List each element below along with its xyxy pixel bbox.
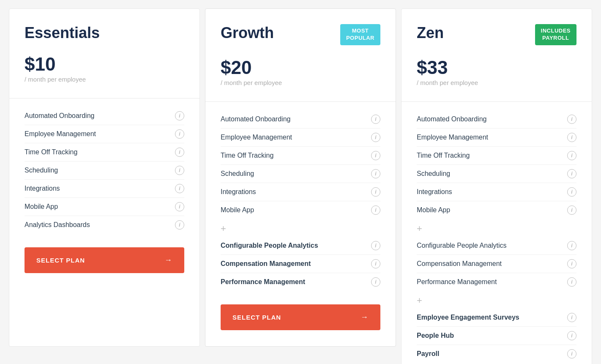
info-icon[interactable]: i bbox=[567, 169, 576, 178]
plan-card-zen: ZenINCLUDES PAYROLL$33/ month per employ… bbox=[401, 8, 592, 364]
list-item: Schedulingi bbox=[417, 165, 576, 183]
feature-name: Automated Onboarding bbox=[221, 115, 290, 123]
list-item: Automated Onboardingi bbox=[25, 107, 184, 125]
plan-name-essentials: Essentials bbox=[25, 24, 100, 42]
info-icon[interactable]: i bbox=[175, 111, 184, 120]
list-item: Employee Managementi bbox=[221, 129, 380, 147]
feature-name: Automated Onboarding bbox=[25, 112, 94, 120]
price-section-essentials: $10/ month per employee bbox=[25, 54, 184, 83]
info-icon[interactable]: i bbox=[175, 166, 184, 175]
info-icon[interactable]: i bbox=[567, 313, 576, 322]
list-item: Automated Onboardingi bbox=[221, 110, 380, 129]
info-icon[interactable]: i bbox=[567, 187, 576, 197]
list-item: Employee Managementi bbox=[25, 125, 184, 143]
divider-zen bbox=[402, 101, 592, 102]
price-section-zen: $33/ month per employee bbox=[417, 57, 576, 86]
list-item: Performance Managementi bbox=[221, 273, 380, 291]
divider-growth bbox=[205, 101, 396, 102]
list-item: Automated Onboardingi bbox=[417, 110, 576, 129]
info-icon[interactable]: i bbox=[567, 151, 576, 160]
info-icon[interactable]: i bbox=[567, 133, 576, 142]
select-plan-button-growth[interactable]: SELECT PLAN→ bbox=[221, 304, 380, 330]
list-item: Employee Engagement Surveysi bbox=[417, 309, 576, 327]
list-item: Employee Managementi bbox=[417, 129, 576, 147]
info-icon[interactable]: i bbox=[567, 349, 576, 359]
arrow-icon: → bbox=[361, 313, 369, 322]
plan-card-essentials: Essentials$10/ month per employeeAutomat… bbox=[9, 8, 200, 347]
price-amount-essentials: $10 bbox=[25, 54, 184, 75]
feature-name: Employee Management bbox=[417, 134, 488, 141]
plan-name-growth: Growth bbox=[221, 24, 274, 42]
plan-badge-zen: INCLUDES PAYROLL bbox=[535, 24, 576, 45]
plus-separator-2: + bbox=[417, 291, 576, 309]
feature-name: Time Off Tracking bbox=[221, 152, 273, 159]
feature-name: Scheduling bbox=[221, 170, 254, 178]
info-icon[interactable]: i bbox=[567, 259, 576, 268]
info-icon[interactable]: i bbox=[567, 115, 576, 124]
list-item: Integrationsi bbox=[417, 183, 576, 201]
info-icon[interactable]: i bbox=[371, 115, 380, 124]
feature-name: Employee Management bbox=[221, 134, 292, 141]
feature-name: Compensation Management bbox=[221, 260, 311, 268]
list-item: Payrolli bbox=[417, 345, 576, 363]
info-icon[interactable]: i bbox=[567, 277, 576, 287]
plan-header-zen: ZenINCLUDES PAYROLL bbox=[417, 24, 576, 45]
list-item: Time Off Trackingi bbox=[25, 143, 184, 161]
info-icon[interactable]: i bbox=[371, 169, 380, 178]
price-period-growth: / month per employee bbox=[221, 79, 380, 86]
extra-feature-list2-zen: Employee Engagement SurveysiPeople HubiP… bbox=[417, 309, 576, 363]
plan-card-growth: GrowthMOST POPULAR$20/ month per employe… bbox=[205, 8, 396, 347]
price-section-growth: $20/ month per employee bbox=[221, 57, 380, 86]
info-icon[interactable]: i bbox=[175, 220, 184, 230]
feature-name: Mobile App bbox=[417, 206, 450, 214]
info-icon[interactable]: i bbox=[371, 187, 380, 197]
list-item: Schedulingi bbox=[221, 165, 380, 183]
price-amount-zen: $33 bbox=[417, 57, 576, 78]
info-icon[interactable]: i bbox=[371, 259, 380, 268]
list-item: Schedulingi bbox=[25, 161, 184, 180]
info-icon[interactable]: i bbox=[371, 277, 380, 287]
info-icon[interactable]: i bbox=[371, 205, 380, 215]
feature-name: Configurable People Analytics bbox=[221, 242, 318, 249]
price-period-essentials: / month per employee bbox=[25, 76, 184, 83]
info-icon[interactable]: i bbox=[175, 184, 184, 193]
feature-name: Performance Management bbox=[221, 278, 305, 286]
feature-name: Integrations bbox=[25, 185, 60, 192]
info-icon[interactable]: i bbox=[175, 129, 184, 139]
extra-feature-list-zen: Configurable People AnalyticsiCompensati… bbox=[417, 237, 576, 291]
feature-name: Scheduling bbox=[25, 167, 58, 174]
feature-name: Performance Management bbox=[417, 278, 497, 286]
plan-header-essentials: Essentials bbox=[25, 24, 184, 42]
list-item: Integrationsi bbox=[221, 183, 380, 201]
feature-name: Mobile App bbox=[25, 203, 58, 211]
feature-name: Employee Management bbox=[25, 130, 96, 138]
select-plan-label: SELECT PLAN bbox=[36, 257, 85, 264]
info-icon[interactable]: i bbox=[175, 148, 184, 157]
info-icon[interactable]: i bbox=[371, 133, 380, 142]
feature-name: Mobile App bbox=[221, 206, 254, 214]
info-icon[interactable]: i bbox=[371, 241, 380, 250]
plan-name-zen: Zen bbox=[417, 24, 444, 42]
price-period-zen: / month per employee bbox=[417, 79, 576, 86]
feature-name: Time Off Tracking bbox=[417, 152, 470, 159]
feature-name: Time Off Tracking bbox=[25, 148, 77, 156]
feature-name: Compensation Management bbox=[417, 260, 502, 268]
list-item: Integrationsi bbox=[25, 180, 184, 198]
info-icon[interactable]: i bbox=[567, 241, 576, 250]
select-plan-button-essentials[interactable]: SELECT PLAN→ bbox=[25, 247, 184, 273]
info-icon[interactable]: i bbox=[567, 205, 576, 215]
feature-name: Integrations bbox=[417, 188, 452, 196]
list-item: People Hubi bbox=[417, 327, 576, 345]
feature-name: Payroll bbox=[417, 350, 439, 358]
list-item: Configurable People Analyticsi bbox=[221, 237, 380, 255]
select-plan-label: SELECT PLAN bbox=[232, 314, 281, 321]
list-item: Mobile Appi bbox=[221, 201, 380, 219]
pricing-container: Essentials$10/ month per employeeAutomat… bbox=[9, 8, 592, 364]
info-icon[interactable]: i bbox=[175, 202, 184, 211]
feature-name: People Hub bbox=[417, 332, 454, 339]
info-icon[interactable]: i bbox=[371, 151, 380, 160]
info-icon[interactable]: i bbox=[567, 331, 576, 340]
list-item: Time Off Trackingi bbox=[221, 147, 380, 165]
plus-separator: + bbox=[417, 219, 576, 237]
list-item: Compensation Managementi bbox=[221, 255, 380, 273]
